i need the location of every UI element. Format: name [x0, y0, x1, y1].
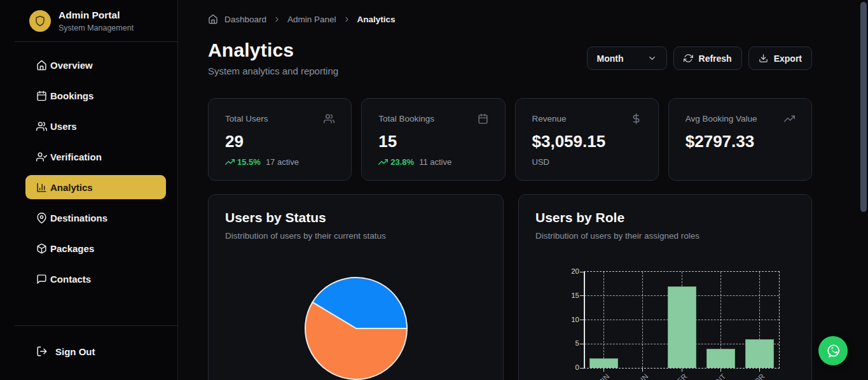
users-by-role-bar-chart: 05101520MININERNTOR: [584, 271, 780, 369]
gridline-vertical: [642, 272, 643, 368]
refresh-icon: [684, 53, 693, 63]
sidebar-item-destinations[interactable]: Destinations: [25, 206, 166, 230]
sign-out-button[interactable]: Sign Out: [0, 326, 177, 380]
package-icon: [36, 243, 47, 254]
stat-label: Total Users: [225, 114, 268, 123]
sidebar-nav: Overview Bookings Users Verification Ana…: [0, 42, 177, 291]
stat-secondary: 11 active: [419, 157, 451, 167]
log-out-icon: [36, 346, 48, 357]
main-content: Dashboard Admin Panel Analytics Analytic…: [178, 0, 868, 380]
stat-value: $2797.33: [685, 132, 795, 151]
whatsapp-button[interactable]: [818, 336, 848, 365]
users-by-status-pie-chart: [303, 275, 410, 380]
download-icon: [759, 53, 768, 63]
stat-card-total-users: Total Users 29 15.5% 17 active: [208, 98, 352, 181]
map-pin-icon: [36, 213, 47, 223]
y-tick-mark: [580, 320, 584, 320]
breadcrumb-analytics: Analytics: [357, 15, 396, 24]
brand-subtitle: System Management: [59, 24, 134, 32]
gridline-vertical: [603, 272, 604, 368]
breadcrumb-dashboard[interactable]: Dashboard: [224, 15, 266, 24]
sidebar-item-label: Contacts: [50, 274, 91, 285]
stat-label: Avg Booking Value: [685, 114, 757, 123]
y-tick-mark: [580, 272, 584, 272]
sidebar-item-label: Users: [50, 121, 77, 132]
x-tick-label: NT: [695, 372, 727, 380]
trend-badge: 15.5%: [225, 157, 261, 167]
header-controls: Month Refresh Export: [587, 46, 812, 76]
y-tick-mark: [580, 344, 584, 344]
brand-title: Admin Portal: [59, 10, 134, 21]
sidebar-item-label: Verification: [50, 151, 102, 162]
stat-label: Revenue: [532, 114, 567, 123]
sidebar-item-label: Bookings: [50, 90, 93, 101]
calendar-icon: [478, 113, 488, 124]
chart-title: Users by Role: [535, 210, 795, 225]
stat-secondary: 17 active: [266, 157, 299, 167]
user-check-icon: [36, 151, 47, 162]
trend-percent: 23.8%: [390, 157, 414, 167]
refresh-button[interactable]: Refresh: [673, 46, 742, 70]
users-icon: [324, 113, 334, 124]
y-tick-label: 15: [561, 292, 579, 299]
chart-subtitle: Distribution of users by their assigned …: [535, 231, 795, 241]
sidebar-item-analytics[interactable]: Analytics: [25, 175, 166, 199]
x-tick-label: MIN: [578, 372, 610, 380]
y-tick-label: 10: [561, 316, 579, 323]
y-tick-label: 0: [561, 363, 579, 371]
chart-title: Users by Status: [225, 210, 486, 225]
bar-0: [589, 358, 618, 368]
stat-card-total-bookings: Total Bookings 15 23.8% 11 active: [361, 98, 505, 181]
trending-up-icon: [378, 157, 388, 167]
vertical-scrollbar[interactable]: [860, 2, 867, 212]
breadcrumb-admin-panel[interactable]: Admin Panel: [287, 15, 336, 24]
calendar-icon: [36, 90, 47, 101]
sidebar-footer: Sign Out: [0, 325, 177, 380]
sidebar-item-overview[interactable]: Overview: [25, 53, 166, 77]
stat-card-revenue: Revenue $3,059.15 USD: [515, 98, 659, 181]
sidebar-item-label: Destinations: [50, 213, 107, 223]
x-tick-mark: [759, 369, 760, 372]
period-select[interactable]: Month: [587, 46, 667, 70]
bar-4: [745, 339, 774, 368]
x-tick-mark: [720, 369, 721, 372]
stat-value: 15: [378, 132, 488, 151]
page-subtitle: System analytics and reporting: [208, 66, 338, 76]
y-tick-mark: [580, 368, 584, 369]
export-button[interactable]: Export: [748, 46, 812, 70]
sidebar-item-label: Overview: [50, 60, 93, 71]
charts-row: Users by Status Distribution of users by…: [208, 194, 812, 380]
chevron-down-icon: [647, 53, 657, 63]
x-tick-mark: [642, 369, 643, 372]
sidebar-item-verification[interactable]: Verification: [25, 144, 166, 169]
sidebar-item-packages[interactable]: Packages: [25, 236, 166, 260]
brand: Admin Portal System Management: [0, 0, 177, 32]
y-tick-label: 20: [561, 267, 579, 275]
stat-secondary: USD: [532, 157, 549, 167]
x-tick-mark: [682, 369, 682, 372]
sidebar-item-label: Packages: [50, 243, 94, 254]
y-tick-mark: [580, 295, 584, 296]
refresh-label: Refresh: [699, 53, 732, 64]
export-label: Export: [774, 53, 802, 64]
brand-logo: [29, 10, 51, 32]
trending-up-icon: [225, 157, 235, 167]
breadcrumb: Dashboard Admin Panel Analytics: [208, 14, 812, 24]
stat-card-avg-booking-value: Avg Booking Value $2797.33: [668, 98, 812, 181]
page-title: Analytics: [208, 39, 338, 61]
x-tick-label: IN: [617, 372, 649, 380]
sidebar-item-users[interactable]: Users: [25, 114, 166, 138]
trending-up-icon: [784, 113, 795, 124]
sidebar-item-label: Analytics: [50, 182, 93, 193]
sidebar-item-contacts[interactable]: Contacts: [25, 267, 166, 291]
sign-out-label: Sign Out: [55, 346, 95, 357]
home-icon: [36, 60, 47, 71]
users-by-status-card: Users by Status Distribution of users by…: [208, 194, 504, 380]
dollar-icon: [631, 113, 642, 124]
stats-row: Total Users 29 15.5% 17 active Total Boo…: [208, 98, 812, 181]
shield-icon: [34, 15, 46, 27]
period-select-value: Month: [597, 53, 624, 64]
page-header: Analytics System analytics and reporting…: [208, 39, 812, 76]
sidebar-item-bookings[interactable]: Bookings: [25, 83, 166, 108]
message-icon: [36, 274, 47, 285]
